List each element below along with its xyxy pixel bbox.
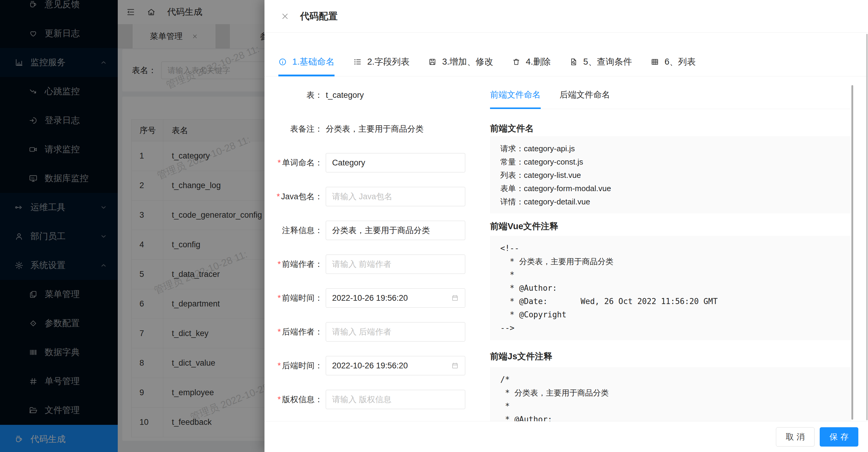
form-row-word-name: *单词命名： — [265, 146, 480, 180]
copyright-field[interactable] — [332, 395, 459, 404]
section-box-frontend-vue-comment: <!-- * 分类表，主要用于商品分类 * * @Author: * @Date… — [490, 236, 851, 340]
file-naming-panel: 前端文件命名后端文件命名 前端文件名请求：category-api.js常量：c… — [490, 77, 851, 421]
file-name-line: 列表：category-list.vue — [500, 169, 841, 182]
table-icon — [651, 58, 659, 66]
required-mark: * — [277, 361, 281, 370]
java-package-input[interactable] — [326, 187, 465, 206]
step-tab-add-edit[interactable]: 3.增加、修改 — [428, 33, 493, 76]
backend-time-field[interactable] — [332, 361, 448, 370]
step-tab-label: 4.删除 — [526, 56, 551, 68]
file-name-line: 详情：category-detail.vue — [500, 195, 841, 208]
calendar-icon — [451, 362, 459, 369]
form-label: *版权信息： — [265, 394, 323, 405]
file-naming-tabs: 前端文件命名后端文件命名 — [490, 77, 851, 109]
form-row-backend-author: *后端作者： — [265, 315, 480, 349]
drawer-title: 代码配置 — [300, 10, 338, 23]
section-title-frontend-vue-comment: 前端Vue文件注释 — [490, 220, 558, 233]
comment-info-input[interactable] — [326, 221, 465, 240]
drawer-inner-scrollbar[interactable] — [851, 85, 853, 420]
form-label: *后端时间： — [265, 360, 323, 371]
form-row-frontend-time: *前端时间： — [265, 281, 480, 315]
required-mark: * — [277, 395, 281, 404]
naming-form: 表：t_category表备注：分类表，主要用于商品分类*单词命名：*Java包… — [265, 78, 480, 416]
code-config-drawer: 代码配置 1.基础命名2.字段列表3.增加、修改4.删除5、查询条件6、列表 表… — [265, 0, 868, 452]
table-comment-value: 分类表，主要用于商品分类 — [326, 123, 424, 134]
word-name-field[interactable] — [332, 158, 459, 168]
form-row-backend-time: *后端时间： — [265, 349, 480, 383]
save-icon — [428, 58, 437, 66]
calendar-icon — [451, 294, 459, 302]
panel-tab-backend-file-naming[interactable]: 后端文件命名 — [559, 81, 610, 109]
drawer-header: 代码配置 — [265, 0, 868, 33]
backend-author-input[interactable] — [326, 322, 465, 341]
file-name-line: 常量：category-const.js — [500, 155, 841, 169]
list-icon — [353, 58, 362, 66]
table-name-value: t_category — [326, 91, 364, 100]
step-tab-field-list[interactable]: 2.字段列表 — [353, 33, 409, 76]
section-title-frontend-file-names: 前端文件名 — [490, 123, 534, 135]
frontend-time-field[interactable] — [332, 294, 448, 303]
form-label: *后端作者： — [265, 326, 323, 337]
drawer-step-tabs: 1.基础命名2.字段列表3.增加、修改4.删除5、查询条件6、列表 — [265, 33, 868, 77]
copyright-input[interactable] — [326, 390, 465, 409]
word-name-input[interactable] — [326, 153, 465, 172]
required-mark: * — [277, 260, 281, 269]
form-label: *前端时间： — [265, 293, 323, 303]
drawer-outer-scrollbar[interactable] — [866, 34, 868, 420]
form-row-frontend-author: *前端作者： — [265, 247, 480, 281]
drawer-body: 表：t_category表备注：分类表，主要用于商品分类*单词命名：*Java包… — [265, 77, 868, 421]
panel-tab-frontend-file-naming[interactable]: 前端文件命名 — [490, 81, 541, 109]
required-mark: * — [277, 327, 281, 336]
backend-author-field[interactable] — [332, 327, 459, 337]
required-mark: * — [277, 158, 281, 167]
form-label: 表备注： — [265, 123, 323, 134]
file-name-line: 表单：category-form-modal.vue — [500, 182, 841, 195]
section-title-frontend-js-comment: 前端Js文件注释 — [490, 351, 552, 363]
info-circle-icon — [278, 58, 287, 66]
drawer-footer: 取消 保存 — [265, 421, 868, 452]
step-tab-list-view[interactable]: 6、列表 — [651, 33, 695, 76]
save-button[interactable]: 保存 — [820, 427, 858, 447]
step-tab-query-condition[interactable]: 5、查询条件 — [569, 33, 632, 76]
frontend-time-date-picker[interactable] — [326, 288, 465, 308]
cancel-button[interactable]: 取消 — [776, 427, 814, 447]
form-row-comment-info: 注释信息： — [265, 213, 480, 247]
screen: 意见反馈更新日志监控服务心跳监控登录日志请求监控SQL数据库监控运维工具部门员工… — [0, 0, 868, 452]
section-box-frontend-file-names: 请求：category-api.js常量：category-const.js列表… — [490, 136, 851, 213]
form-label: *单词命名： — [265, 157, 323, 168]
step-tab-basic-naming[interactable]: 1.基础命名 — [278, 33, 335, 76]
step-tab-label: 6、列表 — [664, 56, 695, 68]
backend-time-date-picker[interactable] — [326, 356, 465, 375]
frontend-author-input[interactable] — [326, 254, 465, 274]
trash-icon — [512, 58, 521, 66]
step-tab-label: 1.基础命名 — [292, 56, 335, 68]
file-name-line: 请求：category-api.js — [500, 142, 841, 155]
file-search-icon — [569, 58, 578, 66]
form-row-copyright: *版权信息： — [265, 383, 480, 416]
form-row-table-name: 表：t_category — [265, 78, 480, 112]
form-label: 注释信息： — [265, 225, 323, 236]
form-label: 表： — [265, 90, 323, 100]
java-package-field[interactable] — [332, 192, 459, 201]
step-tab-delete[interactable]: 4.删除 — [512, 33, 551, 76]
step-tab-label: 5、查询条件 — [583, 56, 632, 68]
form-row-table-comment: 表备注：分类表，主要用于商品分类 — [265, 112, 480, 146]
frontend-author-field[interactable] — [332, 260, 459, 269]
form-label: *前端作者： — [265, 259, 323, 270]
step-tab-label: 3.增加、修改 — [442, 56, 493, 68]
section-box-frontend-js-comment: /* * 分类表，主要用于商品分类 * * @Author: — [490, 367, 851, 421]
drawer-mask[interactable] — [0, 0, 265, 452]
close-icon[interactable] — [281, 12, 289, 21]
required-mark: * — [277, 192, 280, 201]
form-row-java-package: *Java包名： — [265, 180, 480, 213]
form-label: *Java包名： — [265, 191, 323, 202]
required-mark: * — [277, 294, 281, 303]
comment-info-field[interactable] — [332, 226, 459, 235]
step-tab-label: 2.字段列表 — [367, 56, 409, 68]
